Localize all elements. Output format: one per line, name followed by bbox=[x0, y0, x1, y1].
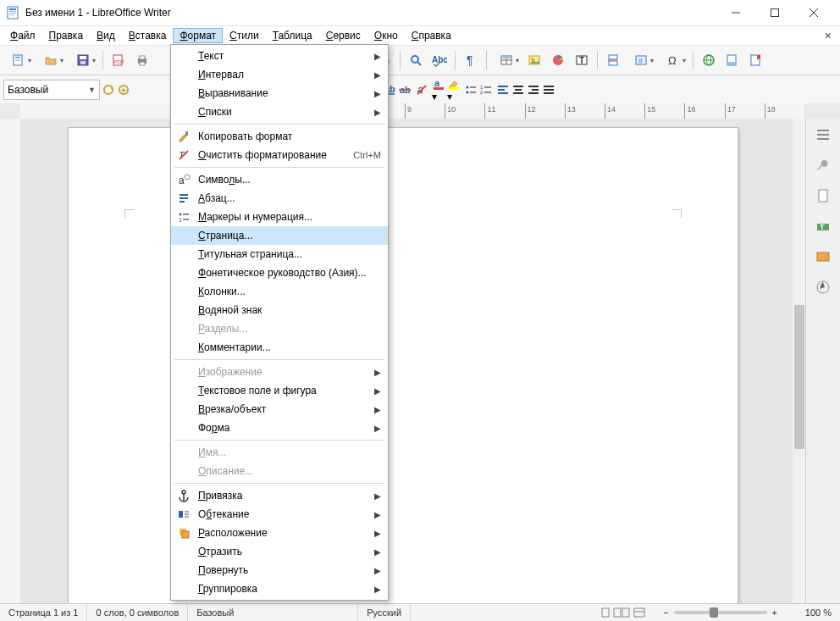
status-words[interactable]: 0 слов, 0 символов bbox=[87, 604, 188, 621]
menu-файл[interactable]: Файл bbox=[3, 28, 42, 43]
strikethrough-button[interactable]: ab bbox=[398, 83, 412, 97]
menu-item[interactable]: Интервал▶ bbox=[171, 65, 388, 84]
print-button[interactable] bbox=[131, 49, 153, 71]
table-button[interactable]: ▾ bbox=[491, 49, 522, 71]
menu-item[interactable]: Страница... bbox=[171, 226, 388, 245]
menu-item[interactable]: Расположение▶ bbox=[171, 524, 388, 542]
status-style[interactable]: Базовый bbox=[188, 604, 358, 621]
menu-таблица[interactable]: Таблица bbox=[266, 28, 319, 43]
special-char-button[interactable]: Ω▾ bbox=[658, 49, 688, 71]
menu-item[interactable]: Комментарии... bbox=[171, 338, 388, 357]
status-page[interactable]: Страница 1 из 1 bbox=[0, 604, 87, 621]
menu-item[interactable]: Выравнивание▶ bbox=[171, 84, 388, 103]
highlight-button[interactable]: ▾ bbox=[447, 77, 461, 103]
page-break-button[interactable] bbox=[602, 49, 624, 71]
horizontal-ruler[interactable]: 9101112131415161718 bbox=[20, 103, 804, 119]
numbering-button[interactable]: 12 bbox=[479, 83, 493, 97]
new-button[interactable]: ▾ bbox=[3, 49, 34, 71]
menu-item[interactable]: TОчистить форматированиеCtrl+M bbox=[171, 146, 388, 164]
font-color-button[interactable]: a▾ bbox=[432, 77, 445, 103]
menu-вид[interactable]: Вид bbox=[90, 28, 122, 43]
svg-point-92 bbox=[185, 175, 190, 180]
sidebar-navigator-icon[interactable] bbox=[810, 274, 836, 300]
clear-format-button[interactable]: a bbox=[415, 83, 428, 97]
menu-item[interactable]: Группировка▶ bbox=[171, 579, 388, 598]
minimize-button[interactable] bbox=[716, 0, 755, 25]
zoom-control[interactable]: − + bbox=[656, 607, 784, 618]
field-button[interactable]: #▾ bbox=[626, 49, 656, 71]
align-right-button[interactable] bbox=[527, 83, 540, 97]
menu-item[interactable]: Копировать формат bbox=[171, 127, 388, 146]
sidebar-properties-icon[interactable] bbox=[810, 152, 836, 178]
vertical-ruler[interactable] bbox=[0, 119, 21, 604]
menu-item[interactable]: Форма▶ bbox=[171, 419, 388, 437]
svg-rect-6 bbox=[771, 9, 779, 17]
menu-item[interactable]: Колонки... bbox=[171, 282, 388, 301]
menu-правка[interactable]: Правка bbox=[42, 28, 91, 43]
close-button[interactable] bbox=[794, 0, 833, 25]
update-style-button[interactable] bbox=[102, 83, 115, 97]
paragraph-style-combo[interactable]: Базовый ▼ bbox=[3, 80, 100, 100]
blank-icon bbox=[174, 463, 193, 479]
open-button[interactable]: ▾ bbox=[36, 49, 66, 71]
menu-справка[interactable]: Справка bbox=[405, 28, 458, 43]
sidebar-gallery-icon[interactable] bbox=[810, 244, 836, 269]
menu-item[interactable]: Повернуть▶ bbox=[171, 561, 388, 579]
align-justify-button[interactable] bbox=[542, 83, 555, 97]
svg-point-60 bbox=[467, 86, 469, 89]
menu-item-label: Расположение bbox=[198, 527, 369, 539]
page[interactable] bbox=[68, 127, 738, 604]
svg-rect-58 bbox=[434, 87, 444, 90]
find-button[interactable] bbox=[405, 49, 427, 71]
export-pdf-button[interactable]: PDF bbox=[108, 49, 130, 71]
footnote-button[interactable] bbox=[721, 49, 743, 71]
vertical-scrollbar[interactable] bbox=[793, 119, 806, 604]
status-language[interactable]: Русский bbox=[358, 604, 411, 621]
menu-item[interactable]: aСимволы... bbox=[171, 170, 388, 189]
menu-формат[interactable]: Формат bbox=[173, 28, 223, 43]
menu-item-label: Текстовое поле и фигура bbox=[198, 385, 369, 396]
menu-item[interactable]: Абзац... bbox=[171, 189, 388, 208]
menu-item[interactable]: Обтекание▶ bbox=[171, 505, 388, 524]
menu-item: Имя... bbox=[171, 443, 388, 462]
close-document-button[interactable]: × bbox=[820, 27, 837, 44]
menu-item[interactable]: Текстовое поле и фигура▶ bbox=[171, 381, 388, 400]
menu-item[interactable]: Титульная страница... bbox=[171, 245, 388, 263]
save-button[interactable]: ▾ bbox=[68, 49, 98, 71]
blank-icon bbox=[174, 228, 193, 243]
menu-item[interactable]: Фонетическое руководство (Азия)... bbox=[171, 263, 388, 282]
sidebar-styles-icon[interactable]: T bbox=[810, 213, 836, 239]
menu-item[interactable]: 1Маркеры и нумерация... bbox=[171, 208, 388, 226]
menu-item[interactable]: Врезка/объект▶ bbox=[171, 400, 388, 419]
nonprinting-button[interactable]: ¶ bbox=[460, 49, 482, 71]
spellcheck-button[interactable]: Abc bbox=[428, 49, 450, 71]
zoom-value[interactable]: 100 % bbox=[784, 604, 840, 621]
blank-icon bbox=[174, 563, 193, 578]
menu-item[interactable]: Отразить▶ bbox=[171, 542, 388, 561]
zoom-out-icon[interactable]: − bbox=[663, 607, 668, 618]
new-style-button[interactable]: + bbox=[117, 83, 130, 97]
zoom-in-icon[interactable]: + bbox=[772, 607, 777, 618]
align-center-button[interactable] bbox=[511, 83, 525, 97]
align-left-button[interactable] bbox=[496, 83, 510, 97]
menu-item[interactable]: Привязка▶ bbox=[171, 486, 388, 505]
bookmark-button[interactable] bbox=[745, 49, 767, 71]
menu-окно[interactable]: Окно bbox=[368, 28, 405, 43]
hyperlink-button[interactable] bbox=[698, 49, 720, 71]
menu-стили[interactable]: Стили bbox=[223, 28, 266, 43]
textbox-button[interactable]: T bbox=[571, 49, 593, 71]
status-view-icons[interactable] bbox=[592, 604, 656, 621]
blank-icon bbox=[174, 402, 193, 417]
image-button[interactable] bbox=[523, 49, 545, 71]
chart-button[interactable] bbox=[547, 49, 569, 71]
document-area[interactable] bbox=[20, 119, 804, 604]
menu-item[interactable]: Списки▶ bbox=[171, 103, 388, 121]
maximize-button[interactable] bbox=[755, 0, 794, 25]
menu-item[interactable]: Текст▶ bbox=[171, 47, 388, 65]
sidebar-settings-icon[interactable] bbox=[810, 122, 836, 147]
sidebar-page-icon[interactable] bbox=[810, 183, 836, 208]
menu-item[interactable]: Водяной знак bbox=[171, 301, 388, 319]
menu-сервис[interactable]: Сервис bbox=[319, 28, 368, 43]
bullets-button[interactable] bbox=[464, 83, 478, 97]
menu-вставка[interactable]: Вставка bbox=[122, 28, 174, 43]
